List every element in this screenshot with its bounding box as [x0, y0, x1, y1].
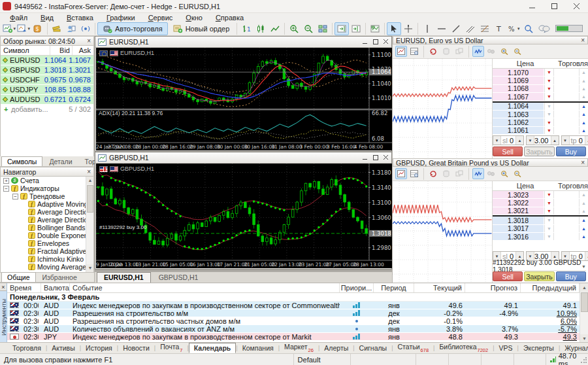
scroll-up-icon[interactable]: ▲	[86, 177, 94, 184]
horizontal-line-icon[interactable]	[434, 22, 449, 35]
increase-icon[interactable]: ▲	[515, 136, 523, 145]
sell-arrow-icon[interactable]: ▼	[544, 93, 553, 100]
stop-loss-stepper[interactable]: ▼sl0▲	[493, 135, 524, 145]
history-center-icon[interactable]: $	[31, 22, 45, 35]
buy-arrow-icon[interactable]: ▲	[579, 207, 588, 215]
window-minimize-icon[interactable]	[363, 155, 368, 160]
expand-icon[interactable]	[3, 178, 9, 184]
decrease-icon[interactable]: ▼	[562, 136, 570, 145]
chart-tab-eurusd[interactable]: EURUSD,H1	[97, 272, 151, 283]
col-symbol[interactable]: Символ	[1, 46, 50, 55]
close-button[interactable]: Закрыть	[524, 271, 554, 281]
scrollbar-thumb[interactable]	[87, 185, 93, 213]
calendar-event-row[interactable]: 00:00 AUD Индекс менеджеров по закупкам …	[7, 302, 580, 309]
buy-arrow-icon[interactable]: ▲	[579, 199, 588, 206]
chart-window-gbpusd[interactable]: GBPUSD,H1 1.31801.31401.31001.30601.2980…	[95, 152, 392, 269]
data-window-icon[interactable]	[64, 22, 78, 35]
tab-calendar[interactable]: Календарь	[189, 343, 236, 353]
buy-arrow-icon[interactable]: ▲	[579, 111, 588, 118]
buy-button[interactable]: Buy	[556, 271, 586, 281]
sell-arrow-icon[interactable]: ▼	[544, 199, 553, 206]
bid-row[interactable]: 1.1061▼▲	[493, 127, 588, 135]
tree-node-indicator[interactable]: Envelopes	[1, 239, 93, 247]
bid-row[interactable]: 1.1064▼▲	[493, 103, 588, 111]
sell-arrow-icon[interactable]: ▼	[544, 69, 553, 76]
dom-chart-mode-icon[interactable]	[395, 46, 407, 57]
col-forecast[interactable]: Прогноз	[465, 283, 521, 292]
tree-node-indicator[interactable]: Adaptive Moving Av	[1, 200, 93, 208]
buy-arrow-icon[interactable]: ▲	[579, 191, 588, 198]
menu-window[interactable]: Окно	[180, 14, 208, 22]
col-ask[interactable]: Ask	[73, 46, 93, 55]
dom-close-icon[interactable]: ×	[581, 37, 585, 44]
col-time[interactable]: Время	[7, 283, 41, 292]
tree-node-indicators[interactable]: Индикаторы	[1, 184, 93, 192]
table-row[interactable]: USDCHF 0.9675 0.9678	[1, 75, 93, 85]
buy-arrow-icon[interactable]: ▲	[579, 69, 588, 76]
sell-arrow-icon[interactable]: ▼	[544, 225, 553, 232]
tile-windows-icon[interactable]	[316, 22, 330, 35]
stop-loss-value[interactable]: 0	[510, 137, 514, 145]
ask-row[interactable]: 1.1069▼▲	[493, 77, 588, 84]
sell-arrow-icon[interactable]: ▼	[544, 103, 553, 110]
menu-file[interactable]: Файл	[4, 14, 33, 22]
dom-zoom-out-icon[interactable]	[512, 46, 523, 57]
tab-market[interactable]: Маркет26	[280, 342, 318, 353]
tab-assets[interactable]: Активы	[47, 343, 80, 353]
dom-onetick-icon[interactable]	[485, 168, 497, 179]
menu-charts[interactable]: Графики	[101, 14, 141, 22]
navigator-scrollbar[interactable]: ▲ ▼	[86, 177, 93, 272]
market-watch-icon[interactable]	[50, 22, 64, 35]
table-row[interactable]: EURUSD 1.1064 1.1067	[1, 56, 93, 65]
market-watch-close-icon[interactable]: ×	[87, 38, 91, 44]
sell-arrow-icon[interactable]: ▼	[544, 217, 553, 224]
dom-zoom-in-icon[interactable]	[498, 168, 510, 179]
auto-trading-button[interactable]: Авто-торговля	[97, 22, 168, 35]
toolbox-side-tab[interactable]: Инструменты	[0, 292, 7, 341]
new-chart-icon[interactable]: ▾	[2, 22, 16, 35]
ask-row[interactable]: 1.1070▼▲	[493, 69, 588, 77]
status-profile[interactable]: Default	[293, 354, 351, 365]
tree-node-accounts[interactable]: Счета	[1, 177, 93, 184]
dom-zoom-in-icon[interactable]	[498, 46, 510, 57]
ask-row[interactable]: 1.3023▼▲	[493, 191, 588, 199]
ask-row[interactable]: 1.3022▼▲	[493, 199, 588, 207]
minimize-button[interactable]	[521, 0, 544, 13]
tab-favorites[interactable]: Избранное	[37, 272, 83, 282]
sell-button[interactable]: Sell	[493, 271, 523, 281]
buy-arrow-icon[interactable]: ▲	[579, 127, 588, 134]
dom-depth-grid-icon[interactable]	[408, 168, 420, 179]
sell-arrow-icon[interactable]: ▼	[544, 85, 553, 92]
scroll-up-icon[interactable]: ▲	[580, 283, 588, 292]
window-minimize-icon[interactable]	[363, 39, 368, 44]
open-position-row[interactable]: #11392292 buy 3.00 GBPUSD 1.3018 ▼	[493, 262, 586, 271]
chevron-down-icon[interactable]: ▼	[581, 264, 586, 269]
tree-node-indicator[interactable]: Fractal Adaptive Mo	[1, 247, 93, 255]
dom-orders-icon[interactable]	[440, 168, 452, 179]
resize-grip[interactable]	[580, 357, 587, 364]
collapse-icon[interactable]	[12, 194, 18, 200]
col-previous[interactable]: Предыдущий	[521, 283, 580, 292]
zoom-in-icon[interactable]	[287, 22, 301, 35]
sell-arrow-icon[interactable]: ▼	[544, 233, 553, 240]
bid-row[interactable]: 1.1062▼▲	[493, 118, 588, 126]
dom-refresh-icon[interactable]	[427, 168, 439, 179]
buy-arrow-icon[interactable]: ▲	[579, 233, 588, 240]
bid-row[interactable]: 1.3018▼▲	[493, 217, 588, 224]
sell-button[interactable]: Sell	[493, 147, 523, 156]
vertical-line-icon[interactable]	[420, 22, 434, 35]
increase-icon[interactable]: ▲	[585, 136, 588, 145]
buy-arrow-icon[interactable]: ▲	[579, 225, 588, 232]
table-row[interactable]: AUDUSD 0.6721 0.6724	[1, 95, 93, 105]
new-order-button[interactable]: Новый ордер	[168, 22, 235, 35]
menu-view[interactable]: Вид	[35, 14, 59, 22]
tab-common[interactable]: Общие	[1, 272, 36, 282]
tree-node-indicator[interactable]: Bollinger Bands	[1, 224, 93, 232]
buy-arrow-icon[interactable]: ▲	[579, 77, 588, 84]
tree-node-indicator[interactable]: Ichimoku Kinko Hy	[1, 255, 93, 263]
tab-experts[interactable]: Эксперты	[519, 343, 559, 353]
tab-trade[interactable]: Торговля	[8, 343, 46, 353]
shapes-tool-icon[interactable]: %▾	[506, 22, 521, 35]
search-icon[interactable]	[524, 24, 533, 33]
dom-refresh-icon[interactable]	[427, 46, 439, 57]
